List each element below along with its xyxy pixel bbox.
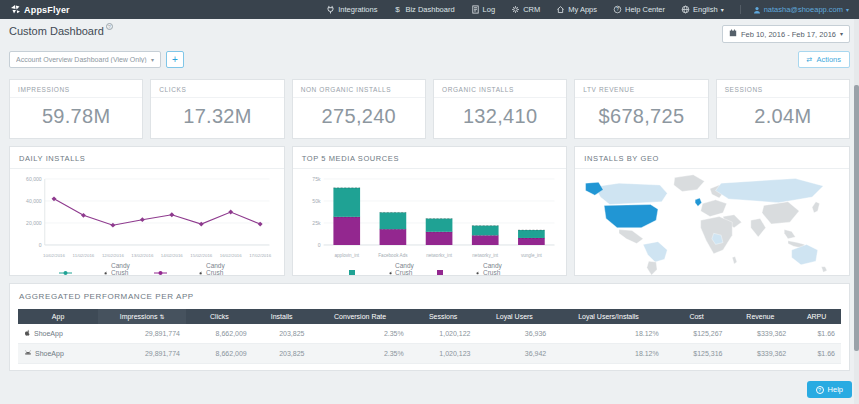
help-icon: ? [613, 5, 622, 14]
column-header-cost[interactable]: Cost [665, 309, 729, 324]
legend-entry[interactable]: Candy Crush Saga [349, 262, 423, 276]
kpi-value: 275,240 [293, 105, 425, 128]
appsflyer-dashboard: AppsFlyer Integrations$Biz DashboardLogC… [0, 0, 859, 404]
svg-text:15/02/2016: 15/02/2016 [190, 253, 213, 258]
map-region[interactable] [674, 175, 705, 192]
apple-icon [389, 269, 393, 277]
table-cell: $339,362 [729, 344, 793, 364]
chevron-down-icon: ▾ [846, 7, 849, 13]
nav-item-my-apps[interactable]: My Apps [556, 5, 597, 14]
top-media-sources-title: TOP 5 MEDIA SOURCES [293, 147, 567, 169]
kpi-label: CLICKS [151, 80, 283, 98]
legend-label: Candy Crush Saga [483, 262, 510, 276]
kpi-card-impressions: IMPRESSIONS59.78M [9, 79, 143, 139]
line-marker-icon [59, 270, 101, 276]
legend-entry[interactable]: Candy Crush Saga [59, 262, 140, 276]
nav-item-crm[interactable]: CRM [511, 5, 540, 14]
nav-item-label: My Apps [568, 5, 597, 14]
kpi-card-ltv-revenue: LTV REVENUE$678,725 [574, 79, 708, 139]
map-region[interactable] [733, 257, 738, 264]
date-range-picker[interactable]: Feb 10, 2016 - Feb 17, 2016 ▾ [722, 25, 850, 43]
scrollbar-thumb[interactable] [854, 85, 859, 351]
nav-item-label: Biz Dashboard [405, 5, 454, 14]
map-region[interactable] [822, 267, 828, 273]
svg-text:25k: 25k [312, 220, 321, 226]
table-row[interactable]: ShoeApp29,891,7748,662,009203,8252.35%1,… [18, 344, 841, 364]
info-icon[interactable]: ? [106, 23, 113, 30]
column-header-installs[interactable]: Installs [253, 309, 311, 324]
column-header-sessions[interactable]: Sessions [410, 309, 477, 324]
map-region[interactable] [812, 202, 819, 213]
page-title-text: Custom Dashboard [9, 25, 104, 37]
svg-text:11/02/2016: 11/02/2016 [73, 253, 95, 258]
kpi-card-sessions: SESSIONS2.04M [716, 79, 850, 139]
nav-item-label: CRM [523, 5, 540, 14]
map-region[interactable] [595, 183, 667, 204]
map-region[interactable] [785, 230, 796, 239]
apple-icon [24, 329, 31, 337]
installs-by-geo-title: INSTALLS BY GEO [575, 147, 849, 169]
map-region[interactable] [604, 205, 658, 228]
table-cell: 18.12% [552, 344, 664, 364]
add-dashboard-button[interactable]: + [166, 51, 184, 68]
daily-installs-title: DAILY INSTALLS [10, 147, 284, 169]
column-header-revenue[interactable]: Revenue [729, 309, 793, 324]
world-map[interactable] [579, 172, 845, 276]
dashboard-select[interactable]: Account Overview Dashboard (View Only) ▾ [9, 51, 161, 68]
svg-text:20,000: 20,000 [26, 220, 42, 226]
svg-text:75k: 75k [312, 176, 321, 182]
svg-text:0: 0 [39, 242, 42, 248]
table-cell: 36,942 [477, 344, 553, 364]
nav-item-english[interactable]: English▾ [681, 5, 724, 14]
user-menu[interactable]: natasha@shoeapp.com▾ [740, 5, 849, 14]
column-header-arpu[interactable]: ARPU [792, 309, 841, 324]
table-row[interactable]: ShoeApp29,891,7748,662,009203,8252.35%1,… [18, 324, 841, 344]
map-region[interactable] [643, 242, 667, 262]
map-region[interactable] [751, 218, 766, 237]
daily-installs-line-chart[interactable]: 020,00040,00060,00010/02/201611/02/20161… [14, 171, 280, 261]
table-cell: $125,267 [665, 324, 729, 344]
kpi-card-organic-installs: ORGANIC INSTALLS132,410 [433, 79, 567, 139]
header-row: Custom Dashboard ? Feb 10, 2016 - Feb 17… [9, 25, 850, 43]
map-region[interactable] [792, 244, 818, 264]
nav-item-biz-dashboard[interactable]: $Biz Dashboard [393, 5, 454, 14]
help-button[interactable]: ? Help [807, 381, 852, 398]
actions-button[interactable]: ⇄ Actions [798, 51, 850, 68]
map-region[interactable] [701, 200, 727, 217]
svg-text:60,000: 60,000 [26, 176, 42, 182]
dollar-icon: $ [393, 5, 402, 14]
nav-item-integrations[interactable]: Integrations [326, 5, 377, 14]
legend-entry[interactable]: Candy Crush Saga [437, 262, 511, 276]
nav-item-help-center[interactable]: ?Help Center [613, 5, 665, 14]
column-header-clicks[interactable]: Clicks [186, 309, 253, 324]
plug-icon [326, 5, 335, 14]
map-region[interactable] [762, 202, 799, 224]
nav-item-label: Help Center [625, 5, 665, 14]
legend-entry[interactable]: Candy Crush Saga [154, 262, 235, 276]
map-region[interactable] [619, 230, 643, 244]
column-header-loyal-users[interactable]: Loyal Users [477, 309, 553, 324]
map-region[interactable] [716, 179, 824, 203]
top-media-sources-panel: TOP 5 MEDIA SOURCES 025k50k75kapplovin_i… [292, 146, 568, 276]
map-region[interactable] [647, 261, 657, 275]
nav-item-label: English [693, 5, 718, 14]
column-header-app[interactable]: App [18, 309, 98, 324]
svg-text:vungle_int: vungle_int [521, 253, 543, 258]
table-cell: 1,020,122 [410, 324, 477, 344]
apple-icon [104, 269, 108, 277]
column-header-impressions[interactable]: Impressions⇅ [98, 309, 186, 324]
top-media-sources-bar-chart[interactable]: 025k50k75kapplovin_intFacebook Adsnetwor… [297, 171, 563, 261]
appsflyer-logo[interactable]: AppsFlyer [10, 1, 70, 19]
column-header-conversion-rate[interactable]: Conversion Rate [311, 309, 410, 324]
top-nav-menu: Integrations$Biz DashboardLogCRMMy Apps?… [326, 5, 723, 14]
top-nav-bar: AppsFlyer Integrations$Biz DashboardLogC… [0, 0, 859, 19]
svg-text:$: $ [396, 5, 401, 14]
help-label: Help [828, 385, 843, 394]
map-region[interactable] [695, 198, 702, 206]
svg-text:networkx_int: networkx_int [426, 253, 453, 258]
apps-icon [556, 5, 565, 14]
page-scrollbar[interactable] [854, 19, 859, 404]
chevron-down-icon: ▾ [840, 31, 843, 37]
nav-item-log[interactable]: Log [471, 5, 496, 14]
column-header-loyal-users-installs[interactable]: Loyal Users/Installs [552, 309, 664, 324]
